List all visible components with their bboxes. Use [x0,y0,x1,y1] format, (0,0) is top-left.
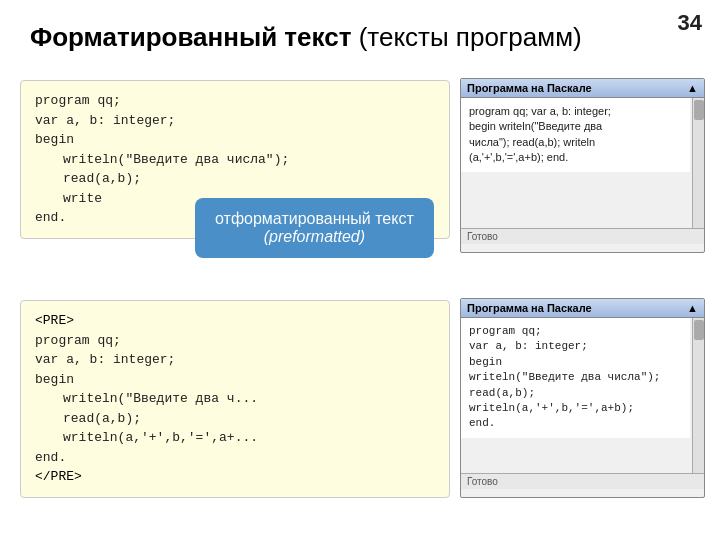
code-line: program qq; [35,91,435,111]
browser-content-top: program qq; var a, b: integer; begin wri… [461,98,690,172]
browser-content-line: begin [469,355,682,370]
scrollbar-up-icon[interactable]: ▲ [687,82,698,94]
browser-content-line: writeln(a,'+',b,'=',a+b); [469,401,682,416]
title-main: Форматированный текст [30,22,351,52]
code-line: read(a,b); [35,409,435,429]
browser-title-bar-top: Программа на Паскале ▲ [461,79,704,98]
tooltip-bubble: отформатированный текст (preformatted) [195,198,434,258]
browser-title-text-bottom: Программа на Паскале [467,302,592,314]
title-subtitle: (тексты программ) [351,22,581,52]
browser-content-line: (a,'+',b,'=',a+b); end. [469,150,682,165]
bottom-code-block: <PRE> program qq; var a, b: integer; beg… [20,300,450,498]
code-line: program qq; [35,331,435,351]
browser-content-line: числа"); read(a,b); writeln [469,135,682,150]
code-line: var a, b: integer; [35,111,435,131]
tooltip-line2: (preformatted) [264,228,365,245]
pre-open-tag: <PRE> [35,311,435,331]
code-line: end. [35,448,435,468]
browser-content-line: writeln("Введите два числа"); [469,370,682,385]
browser-window-top: Программа на Паскале ▲ program qq; var a… [460,78,705,253]
browser-content-line: read(a,b); [469,386,682,401]
scrollbar-bottom[interactable] [692,318,704,473]
code-line: begin [35,370,435,390]
scrollbar-thumb-top[interactable] [694,100,704,120]
code-line: writeln("Введите два ч... [35,389,435,409]
browser-title-bar-bottom: Программа на Паскале ▲ [461,299,704,318]
browser-content-line: program qq; [469,324,682,339]
browser-status-top: Готово [461,228,704,244]
browser-content-line: begin writeln("Введите два [469,119,682,134]
code-line: read(a,b); [35,169,435,189]
code-line: writeln(a,'+',b,'=',a+... [35,428,435,448]
pre-close-tag: </PRE> [35,467,435,487]
browser-content-line: var a, b: integer; [469,339,682,354]
browser-window-bottom: Программа на Паскале ▲ program qq; var a… [460,298,705,498]
scrollbar-thumb-bottom[interactable] [694,320,704,340]
browser-status-bottom: Готово [461,473,704,489]
browser-title-text-top: Программа на Паскале [467,82,592,94]
scrollbar-up-icon-bottom[interactable]: ▲ [687,302,698,314]
page-number: 34 [678,10,702,36]
code-line: writeln("Введите два числа"); [35,150,435,170]
browser-scroll-area-bottom: program qq; var a, b: integer; begin wri… [461,318,704,473]
code-line: var a, b: integer; [35,350,435,370]
code-line: begin [35,130,435,150]
tooltip-line1: отформатированный текст [215,210,414,227]
browser-content-line: program qq; var a, b: integer; [469,104,682,119]
scrollbar-top[interactable] [692,98,704,228]
page-title: Форматированный текст (тексты программ) [30,22,582,53]
browser-content-line: end. [469,416,682,431]
browser-content-bottom: program qq; var a, b: integer; begin wri… [461,318,690,438]
browser-scroll-area-top: program qq; var a, b: integer; begin wri… [461,98,704,228]
